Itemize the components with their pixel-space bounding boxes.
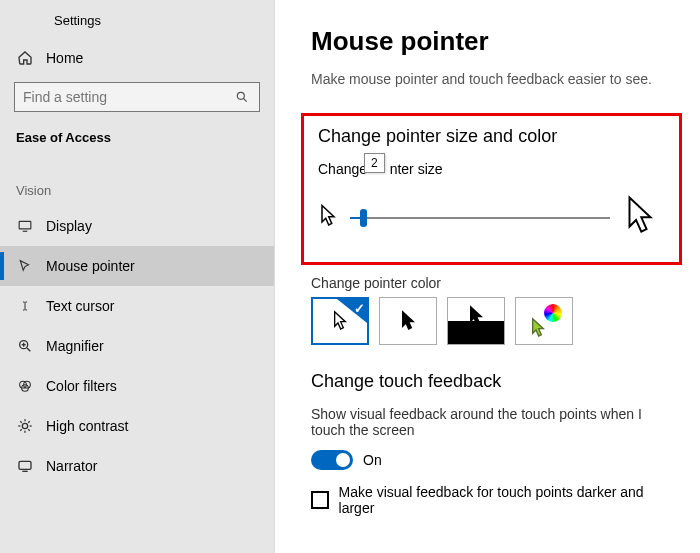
search-row: Find a setting [14,82,260,112]
touch-feedback-heading: Change touch feedback [311,371,672,392]
svg-line-16 [20,421,21,422]
sidebar-item-label: Text cursor [46,298,114,314]
color-wheel-icon [544,304,562,322]
toggle-label: On [363,452,382,468]
search-icon [233,88,251,106]
pointer-color-label: Change pointer color [311,275,672,291]
touch-feedback-toggle-row: On [311,450,672,470]
color-filters-icon [16,377,34,395]
check-icon: ✓ [354,301,365,316]
pointer-color-white[interactable]: ✓ [311,297,369,345]
svg-line-1 [244,99,247,102]
touch-feedback-checkbox[interactable] [311,491,329,509]
svg-line-17 [28,429,29,430]
sidebar-item-high-contrast[interactable]: High contrast [0,406,274,446]
sidebar-item-label: Color filters [46,378,117,394]
pointer-size-value-tooltip: 2 [364,153,385,173]
main-content: Mouse pointer Make mouse pointer and tou… [275,0,700,553]
svg-line-18 [20,429,21,430]
pointer-color-inverted[interactable] [447,297,505,345]
touch-feedback-toggle[interactable] [311,450,353,470]
pointer-size-section-highlight: Change pointer size and color Change 2 p… [301,113,682,265]
mouse-pointer-icon [16,257,34,275]
pointer-size-slider[interactable] [350,217,610,219]
svg-rect-2 [19,221,31,229]
display-icon [16,217,34,235]
svg-line-7 [27,348,30,351]
home-icon [16,49,34,67]
home-nav-item[interactable]: Home [0,40,274,76]
nav-list: Display Mouse pointer Text cursor Magnif… [0,206,274,486]
sidebar-item-label: Display [46,218,92,234]
pointer-size-label: Change 2 pointer size [318,161,443,177]
text-cursor-icon [16,297,34,315]
pointer-color-custom[interactable] [515,297,573,345]
svg-line-19 [28,421,29,422]
svg-point-0 [237,92,244,99]
pointer-size-slider-row [318,195,665,240]
svg-rect-20 [19,461,31,469]
sidebar-item-label: High contrast [46,418,128,434]
home-label: Home [46,50,83,66]
pointer-color-tiles: ✓ [311,297,672,345]
page-title: Mouse pointer [311,26,672,57]
small-cursor-icon [318,204,338,231]
pointer-size-label-part2: nter size [390,161,443,177]
sidebar: Settings Home Find a setting Ease of Acc… [0,0,275,553]
settings-title: Settings [0,13,274,40]
svg-point-11 [22,423,27,428]
large-cursor-icon [622,195,658,240]
sidebar-item-magnifier[interactable]: Magnifier [0,326,274,366]
sidebar-item-label: Mouse pointer [46,258,135,274]
sidebar-item-color-filters[interactable]: Color filters [0,366,274,406]
slider-thumb[interactable] [360,209,367,227]
toggle-knob [336,453,350,467]
sidebar-item-text-cursor[interactable]: Text cursor [0,286,274,326]
pointer-size-heading: Change pointer size and color [318,126,665,147]
touch-feedback-checkbox-row: Make visual feedback for touch points da… [311,484,672,516]
narrator-icon [16,457,34,475]
checkbox-label: Make visual feedback for touch points da… [339,484,672,516]
section-label-vision: Vision [0,159,274,206]
sidebar-item-label: Narrator [46,458,97,474]
sidebar-item-mouse-pointer[interactable]: Mouse pointer [0,246,274,286]
page-subtitle: Make mouse pointer and touch feedback ea… [311,71,672,87]
sidebar-item-display[interactable]: Display [0,206,274,246]
search-input[interactable]: Find a setting [14,82,260,112]
touch-feedback-text: Show visual feedback around the touch po… [311,406,672,438]
high-contrast-icon [16,417,34,435]
pointer-color-black[interactable] [379,297,437,345]
pointer-size-label-part1: Change [318,161,367,177]
sidebar-item-label: Magnifier [46,338,104,354]
sidebar-item-narrator[interactable]: Narrator [0,446,274,486]
category-header: Ease of Access [0,126,274,159]
magnifier-icon [16,337,34,355]
search-placeholder: Find a setting [23,89,107,105]
